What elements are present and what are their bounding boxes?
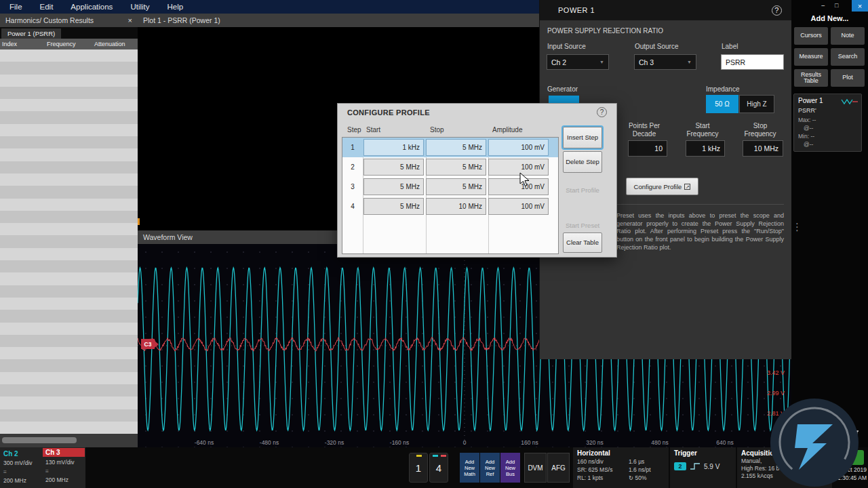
menu-item-file[interactable]: File [9,3,22,11]
sidebar-button-grid: CursorsNoteMeasureSearchResults TablePlo… [794,27,867,87]
close-icon[interactable]: × [128,16,132,24]
help-icon[interactable]: ? [772,5,782,16]
trigger-level: 5.9 V [704,463,719,470]
harmonics-titlebar: Harmonics/ Custom Results × [0,14,138,27]
step-number: 2 [342,163,363,171]
section-title: POWER SUPPLY REJECTION RATIO [547,27,663,35]
profile-step-row[interactable]: 45 MHz10 MHz100 mV [342,197,558,216]
sidebar-button-plot[interactable]: Plot [831,69,865,87]
generator-control-fragment[interactable] [549,96,579,103]
waveform-slot-1-button[interactable]: 1 [409,453,428,483]
ch1-color-tick [416,455,422,457]
table-row [0,174,138,186]
stop-frequency-input[interactable]: 10 MHz [743,140,783,157]
menu-item-edit[interactable]: Edit [40,3,54,11]
ch3-scale: 130 mV/div [43,457,85,466]
output-source-dropdown[interactable]: Ch 3 ▼ [634,54,696,70]
time-axis-label: 480 ns [643,439,677,446]
table-row [0,99,138,111]
add-new-ref-button[interactable]: AddNewRef [480,453,500,483]
close-window-button[interactable]: × [852,0,868,12]
status-bar: Ch 2 300 mV/div ≡ 200 MHz Ch 3 130 mV/di… [0,447,868,488]
table-row [0,148,138,161]
menu-item-applications[interactable]: Applications [71,3,113,11]
stop-value-cell[interactable]: 5 MHz [426,139,486,156]
level-label: 3.42 V [767,369,785,376]
trigger-readout: 2 5.9 V [674,462,719,470]
time-axis-label: -160 ns [382,439,416,446]
dvm-button[interactable]: DVM [524,453,547,483]
configure-profile-dialog: CONFIGURE PROFILE ? StepStartStopAmplitu… [337,103,617,258]
afg-button[interactable]: AFG [547,453,570,483]
time-axis-label: -640 ns [187,439,221,446]
step-number: 1 [342,144,363,151]
start-frequency-input[interactable]: 1 kHz [686,140,725,157]
min-at: @-- [804,141,813,148]
output-source-label: Output Source [635,43,678,50]
start-value-cell[interactable]: 5 MHz [363,159,424,176]
scrollbar-thumb[interactable] [2,437,77,443]
start-frequency-label: Start Frequency [681,122,724,138]
stop-value-cell[interactable]: 5 MHz [426,159,486,176]
table-row [0,372,138,384]
ch3-color-tick [441,455,446,457]
waveform-slot-4-button[interactable]: 4 [429,453,448,483]
input-source-dropdown[interactable]: Ch 2 ▼ [547,54,609,70]
menu-item-utility[interactable]: Utility [130,3,149,11]
amplitude-value-cell[interactable]: 100 mV [488,159,549,176]
start-value-cell[interactable]: 5 MHz [363,198,424,215]
points-per-decade-input[interactable]: 10 [628,140,667,157]
horizontal-scrollbar[interactable] [0,434,138,447]
minimize-icon[interactable]: − [821,2,825,9]
ch3-name: Ch 3 [43,448,85,457]
sidebar-button-note[interactable]: Note [831,27,865,45]
profile-step-row[interactable]: 11 kHz5 MHz100 mV [342,138,558,157]
amplitude-value-cell[interactable]: 100 mV [488,198,549,215]
power1-badge[interactable]: Power 1 PSRR' Max: -- @-- Min: -- @-- [793,94,862,152]
table-row [0,161,138,174]
ch2-badge[interactable]: Ch 2 300 mV/div ≡ 200 MHz [1,448,41,487]
sidebar-button-results-table[interactable]: Results Table [794,69,828,87]
sidebar-button-cursors[interactable]: Cursors [794,27,828,45]
ch3-marker[interactable]: C3 [141,339,155,349]
insert-step-button[interactable]: Insert Step [563,127,602,148]
trigger-panel[interactable]: Trigger 2 5.9 V [670,447,736,488]
label-field[interactable]: PSRR [721,54,784,70]
clear-table-button[interactable]: Clear Table [563,232,602,253]
amplitude-value-cell[interactable]: 100 mV [488,139,549,156]
disabled-button: Start Preset [563,222,602,229]
maximize-icon[interactable]: □ [835,2,838,9]
table-row [0,422,138,434]
configure-profile-button[interactable]: Configure Profile ↗ [626,178,698,195]
delete-step-button[interactable]: Delete Step [563,151,602,173]
tab-power1-psrr[interactable]: Power 1 (PSRR) [1,28,61,39]
label-field-label: Label [722,43,738,50]
panel-handle-icon[interactable]: ⋮ [792,221,802,233]
sidebar-button-search[interactable]: Search [831,48,865,66]
disabled-button: Start Profile [563,186,602,194]
menu-item-help[interactable]: Help [167,3,184,11]
input-source-value: Ch 2 [551,58,566,66]
stop-value-cell[interactable]: 10 MHz [426,198,486,215]
external-link-icon: ↗ [684,184,690,190]
table-row [0,124,138,136]
sidebar-button-measure[interactable]: Measure [794,48,828,66]
stop-value-cell[interactable]: 5 MHz [426,178,486,195]
add-new-math-button[interactable]: AddNewMath [460,453,479,483]
impedance-highz-button[interactable]: High Z [739,95,774,113]
horizontal-panel[interactable]: Horizontal 160 ns/div1.6 µsSR: 625 MS/s1… [573,447,669,488]
amplitude-value-cell[interactable]: 100 mV [488,178,549,195]
add-new-bus-button[interactable]: AddNewBus [500,453,520,483]
start-value-cell[interactable]: 1 kHz [363,139,424,156]
start-value-cell[interactable]: 5 MHz [363,178,424,195]
profile-table: 11 kHz5 MHz100 mV25 MHz5 MHz100 mV35 MHz… [342,137,559,254]
table-row [0,359,138,371]
ch3-badge[interactable]: Ch 3 130 mV/div ≡ 200 MHz [43,448,85,487]
slot-1-label: 1 [416,462,421,474]
horizontal-row: 160 ns/div1.6 µs [577,457,665,465]
time-axis-label: -320 ns [317,439,351,446]
impedance-50ohm-button[interactable]: 50 Ω [706,95,738,113]
help-icon[interactable]: ? [597,107,607,117]
coupling-icon: ≡ [1,466,41,475]
measurement-name: PSRR' [798,107,816,114]
